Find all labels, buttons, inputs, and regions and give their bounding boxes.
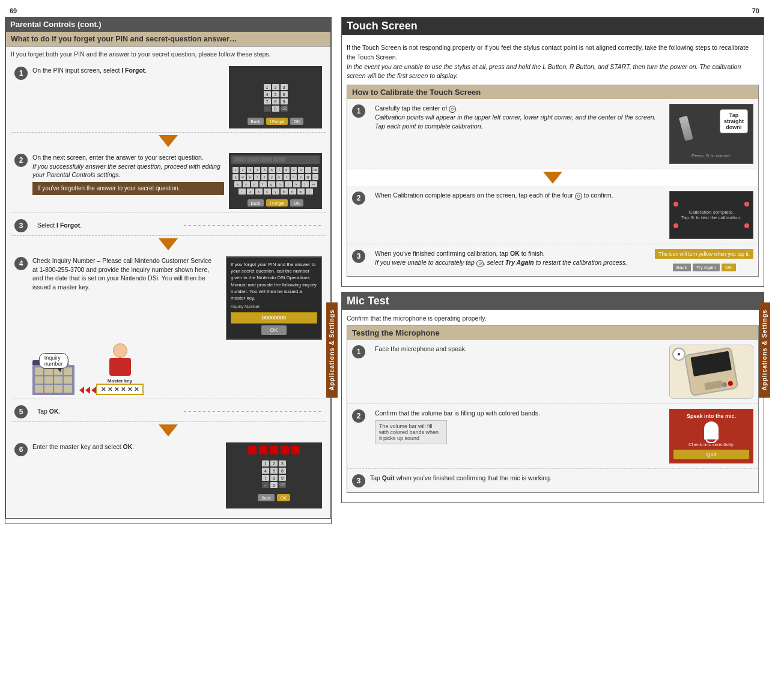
cal-step-2-text: When Calibration complete appears on the…: [375, 191, 664, 200]
right-side-tab: Applications & Settings: [759, 302, 770, 397]
right-page: 70 Touch Screen If the Touch Screen is n…: [336, 0, 769, 700]
volume-bar-note: The volume bar will fill with colored ba…: [375, 420, 447, 444]
step-1-row: 1 On the PIN input screen, select I Forg…: [11, 62, 326, 133]
step-2-row: 2 On the next screen, enter the answer t…: [11, 149, 326, 213]
touch-screen-section: Touch Screen If the Touch Screen is not …: [341, 17, 764, 287]
step-3-text: Select I Forgot.: [37, 221, 175, 230]
cal-step-1-circle: 1: [352, 104, 365, 118]
touch-intro-2: In the event you are unable to use the s…: [347, 63, 741, 80]
step-4-row: 4 Check Inquiry Number – Please call Nin…: [11, 253, 326, 399]
mic-step-2: 2 Confirm that the volume bar is filling…: [347, 404, 758, 469]
back-btn[interactable]: Back: [673, 264, 691, 271]
mic-step-2-image: Speak into the mic. Check mic sensitivit…: [664, 409, 753, 463]
parental-controls-title: Parental Controls (cont.): [5, 17, 331, 31]
step-1-circle: 1: [14, 67, 28, 80]
step-3-row: 3 Select I Forgot.: [11, 216, 326, 236]
arrow-cal-1: [543, 172, 562, 184]
cal-step-3-circle: 3: [352, 250, 365, 263]
arrow-5: [159, 424, 178, 436]
inquiry-bubble: Inquiry number: [39, 353, 68, 369]
mic-test-content: Confirm that the microphone is operating…: [342, 310, 764, 502]
step-2-image: 123 456 789 0-⌫ qwe rty uio: [229, 153, 322, 209]
step-2-text: On the next screen, enter the answer to …: [32, 153, 224, 195]
cal-step-2-image: Calibration complete.Tap ⊙ to test the c…: [669, 191, 753, 239]
step-5-text: Tap OK.: [37, 407, 175, 416]
cal-complete-text: Calibration complete.Tap ⊙ to test the c…: [681, 208, 741, 222]
touch-screen-content: If the Touch Screen is not responding pr…: [342, 35, 764, 286]
mic-step-2-circle: 2: [352, 409, 365, 423]
cal-step-3-text: When you've finished confirming calibrat…: [375, 249, 650, 267]
mic-step-3-text: Tap Quit when you've finished confirming…: [370, 474, 753, 483]
master-key-chars-3: ✕: [114, 386, 119, 393]
speak-text: Speak into the mic.: [687, 413, 736, 419]
press-cancel-text: Press ⊙ to cancel.: [691, 153, 731, 158]
what-to-do-title: What to do if you forget your PIN and se…: [6, 32, 330, 47]
master-key-chars-5: ✕: [127, 386, 132, 393]
arrow-3: [159, 238, 178, 250]
what-to-do-inner: If you forget both your PIN and the answ…: [6, 47, 330, 518]
mic-test-title: Mic Test: [342, 292, 764, 310]
cal-step-1-text: Carefully tap the center of ⊙. Calibrati…: [375, 104, 664, 130]
page-number-right: 70: [747, 5, 764, 17]
step-3-circle: 3: [14, 219, 28, 232]
mic-step-3-circle: 3: [352, 474, 365, 487]
page-number-left: 69: [5, 5, 22, 17]
stylus-icon: [679, 116, 693, 141]
step-2-circle: 2: [14, 154, 28, 167]
step-6-image: 123 456 789: [221, 442, 322, 508]
master-key-chars-6: ✕: [134, 386, 139, 393]
tap-bubble: Tapstraightdown!: [720, 109, 748, 133]
step-4-illustration: Inquiry number: [14, 343, 144, 395]
try-again-btn[interactable]: Try Again: [693, 264, 720, 271]
parental-controls-section: Parental Controls (cont.) What to do if …: [5, 17, 332, 524]
mic-step-3: 3 Tap Quit when you've finished confirmi…: [347, 469, 758, 492]
step-5-circle: 5: [14, 405, 28, 418]
master-key-chars-4: ✕: [121, 386, 126, 393]
forgot-note: If you've forgotten the answer to your s…: [32, 182, 224, 195]
mic-step-1-image: [669, 345, 753, 399]
step-4-screenshot: If you forgot your PIN and the answer to…: [221, 256, 322, 340]
what-to-do-box: What to do if you forget your PIN and se…: [5, 31, 331, 519]
mic-test-intro: Confirm that the microphone is operating…: [347, 315, 759, 322]
step-1-text: On the PIN input screen, select I Forgot…: [32, 66, 224, 75]
mic-step-1-text: Face the microphone and speak.: [375, 345, 664, 354]
ok-btn[interactable]: OK: [722, 264, 736, 271]
quit-button[interactable]: Quit: [673, 450, 749, 459]
master-key-chars-2: ✕: [108, 386, 112, 393]
calibrate-step-3: 3 When you've finished confirming calibr…: [347, 244, 758, 276]
step-5-row: 5 Tap OK.: [11, 402, 326, 422]
mic-step-1: 1 Face the microphone and speak.: [347, 340, 758, 404]
step-6-text: Enter the master key and select OK.: [32, 442, 216, 451]
master-key-box: ✕ ✕ ✕ ✕ ✕ ✕: [96, 384, 144, 395]
cal-step-3-image: The icon will turn yellow when you tap i…: [655, 249, 753, 271]
cal-step-1-image: Tapstraightdown! Press ⊙ to cancel.: [669, 104, 753, 164]
step-4-inner: 4 Check Inquiry Number – Please call Nin…: [14, 256, 322, 340]
left-page: 69 Parental Controls (cont.) What to do …: [0, 0, 336, 700]
calibrate-box: How to Calibrate the Touch Screen 1 Care…: [347, 85, 759, 277]
mic-step-2-text: Confirm that the volume bar is filling u…: [375, 409, 660, 418]
step-6-circle: 6: [14, 443, 28, 456]
step-6-row: 6 Enter the master key and select OK.: [11, 439, 326, 512]
testing-mic-box: Testing the Microphone 1 Face the microp…: [347, 325, 759, 493]
mic-test-section: Mic Test Confirm that the microphone is …: [341, 292, 764, 503]
touch-intro-1: If the Touch Screen is not responding pr…: [347, 40, 759, 85]
touch-screen-title: Touch Screen: [342, 17, 764, 35]
master-key-label: Master key: [108, 378, 132, 384]
step-4-text: Check Inquiry Number – Please call Ninte…: [32, 256, 216, 292]
calibrate-title: How to Calibrate the Touch Screen: [347, 85, 758, 99]
cal-step-2-circle: 2: [352, 192, 365, 205]
step-4-circle: 4: [14, 257, 28, 270]
step-1-image: 123 456 789 ←0⌫: [229, 66, 322, 128]
calibrate-step-1: 1 Carefully tap the center of ⊙. Calibra…: [347, 99, 758, 169]
master-key-chars: ✕: [101, 386, 106, 393]
what-to-do-desc: If you forget both your PIN and the answ…: [11, 50, 326, 58]
calibrate-step-2: 2 When Calibration complete appears on t…: [347, 186, 758, 244]
mic-icon: [704, 421, 719, 439]
yellow-note: The icon will turn yellow when you tap i…: [655, 249, 753, 259]
mic-step-1-circle: 1: [352, 345, 365, 358]
testing-mic-title: Testing the Microphone: [347, 326, 758, 340]
arrow-1: [159, 135, 178, 147]
